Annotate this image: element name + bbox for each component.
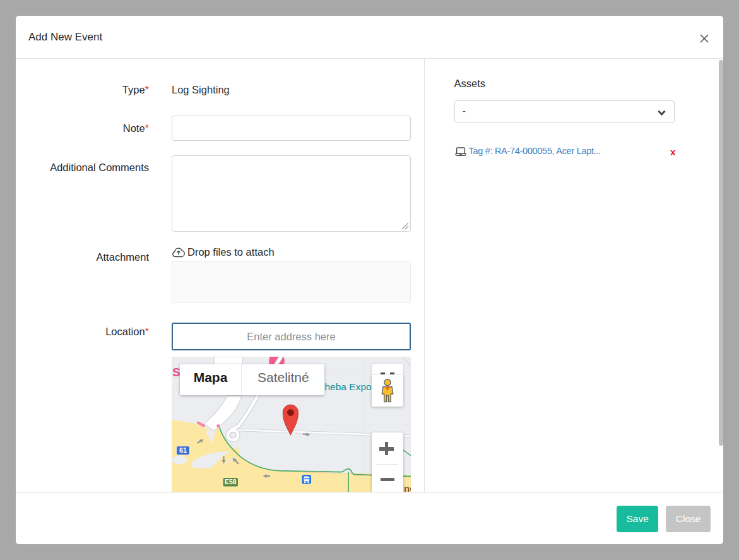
svg-text:61: 61 <box>179 446 187 454</box>
svg-text:S: S <box>172 365 180 378</box>
svg-text:no: no <box>404 482 411 492</box>
svg-text:heba Expo: heba Expo <box>325 381 372 392</box>
svg-text:E58: E58 <box>225 478 237 486</box>
